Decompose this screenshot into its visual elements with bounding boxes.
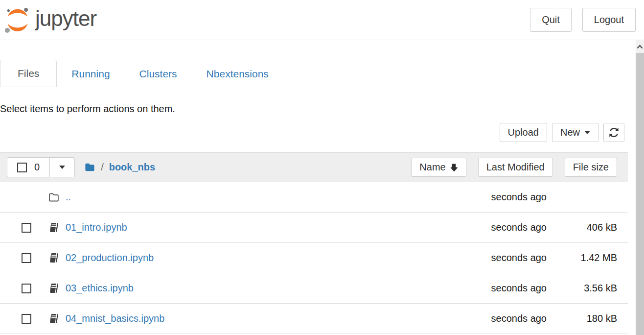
upload-button[interactable]: Upload [500,123,547,142]
row-checkbox[interactable] [22,314,31,324]
header-buttons: Quit Logout [530,8,636,32]
item-size: 180 kB [547,313,617,324]
item-size: 1.42 MB [547,252,617,263]
selected-count: 0 [34,162,40,173]
item-modified: seconds ago [473,313,547,324]
tab-files[interactable]: Files [0,60,57,87]
file-list: .. seconds ago 01_intro.ipynb secon [0,182,628,334]
notebook-icon [48,252,59,263]
checkbox-cell [22,253,48,263]
caret-down-icon [59,166,65,169]
file-list-header: 0 / book_nbs Name Last Modified File siz… [0,152,628,182]
row-checkbox[interactable] [22,253,31,263]
item-modified: seconds ago [473,191,547,203]
parent-folder-icon [48,191,60,203]
jupyter-logo-icon [4,5,31,35]
sort-file-size-button[interactable]: File size [565,158,617,177]
jupyter-logo[interactable]: jupyter [4,5,96,35]
checkbox-cell [22,223,48,233]
arrow-down-icon [450,163,458,172]
item-link[interactable]: 04_mnist_basics.ipynb [66,313,473,324]
select-all-checkbox[interactable] [17,163,27,172]
new-dropdown-button[interactable]: New [552,123,598,142]
tab-bar: Files Running Clusters Nbextensions [0,60,628,87]
item-size: 3.56 kB [547,283,617,294]
logout-button[interactable]: Logout [582,8,636,32]
list-item-notebook: 04_mnist_basics.ipynb seconds ago 180 kB [0,304,628,334]
scrollbar[interactable] [636,40,644,335]
quit-button[interactable]: Quit [530,8,572,32]
refresh-icon [608,127,620,138]
item-modified: seconds ago [473,222,547,233]
toolbar: Upload New [0,123,628,142]
checkbox-cell [22,284,48,293]
select-dropdown-button[interactable] [50,158,74,177]
tab-nbextensions[interactable]: Nbextensions [192,61,283,87]
list-item-notebook: 03_ethics.ipynb seconds ago 3.56 kB [0,273,628,304]
folder-icon[interactable] [84,162,95,173]
sort-name-button[interactable]: Name [411,158,466,177]
sort-name-label: Name [419,162,445,173]
item-link[interactable]: 02_production.ipynb [66,252,473,263]
notebook-icon [48,283,59,294]
refresh-button[interactable] [603,123,624,142]
select-button-group: 0 [7,157,75,177]
row-checkbox[interactable] [22,284,31,293]
list-item-parent: .. seconds ago [0,182,628,213]
logo-wordmark: jupyter [35,6,96,31]
row-checkbox[interactable] [22,223,31,233]
notebook-icon [48,222,59,233]
item-link[interactable]: 03_ethics.ipynb [66,283,473,294]
chevron-up-icon [637,45,643,49]
main-content: Files Running Clusters Nbextensions Sele… [0,60,628,334]
list-item-notebook: 02_production.ipynb seconds ago 1.42 MB [0,243,628,273]
scrollbar-thumb[interactable] [636,53,644,335]
sort-last-modified-button[interactable]: Last Modified [478,158,553,177]
item-size: 406 kB [547,222,617,233]
sort-buttons: Name Last Modified File size [399,158,617,177]
notebook-icon [48,313,59,324]
breadcrumb: / book_nbs [84,162,155,173]
checkbox-cell [22,314,48,324]
item-link[interactable]: .. [66,191,473,203]
item-link[interactable]: 01_intro.ipynb [66,222,473,233]
select-items-notice: Select items to perform actions on them. [0,103,628,115]
list-item-notebook: 01_intro.ipynb seconds ago 406 kB [0,213,628,243]
app-header: jupyter Quit Logout [0,0,644,40]
breadcrumb-current-folder[interactable]: book_nbs [109,162,155,173]
breadcrumb-separator: / [101,162,104,173]
tab-running[interactable]: Running [57,61,124,87]
select-all-button[interactable]: 0 [7,158,50,177]
item-modified: seconds ago [473,252,547,263]
caret-down-icon [584,131,590,134]
tab-clusters[interactable]: Clusters [125,61,192,87]
scroll-up-button[interactable] [636,40,644,53]
new-dropdown-label: New [560,127,580,138]
item-modified: seconds ago [473,283,547,294]
